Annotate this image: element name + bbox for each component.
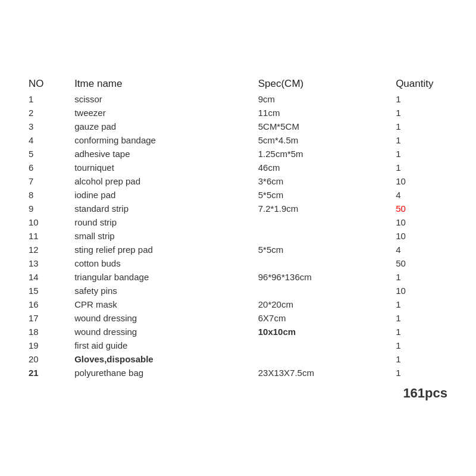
cell-spec: 5*5cm (253, 188, 391, 202)
cell-name: tourniquet (70, 161, 253, 174)
cell-quantity: 10 (391, 284, 452, 298)
cell-quantity: 1 (391, 161, 452, 174)
cell-name: standard strip (70, 202, 253, 215)
table-row: 5adhesive tape1.25cm*5m1 (24, 147, 452, 161)
cell-name: gauze pad (70, 120, 253, 133)
table-row: 16CPR mask20*20cm1 (24, 298, 452, 311)
header-name: Itme name (70, 76, 253, 92)
cell-quantity: 1 (391, 298, 452, 311)
cell-name: round strip (70, 215, 253, 229)
table-row: 10round strip10 (24, 215, 452, 229)
table-row: 20Gloves,disposable1 (24, 352, 452, 366)
cell-name: wound dressing (70, 311, 253, 325)
cell-no: 6 (24, 161, 70, 174)
cell-no: 9 (24, 202, 70, 215)
cell-name: iodine pad (70, 188, 253, 202)
cell-no: 16 (24, 298, 70, 311)
cell-name: scissor (70, 92, 253, 106)
cell-spec: 5*5cm (253, 243, 391, 256)
cell-name: tweezer (70, 106, 253, 120)
table-row: 7alcohol prep pad3*6cm10 (24, 174, 452, 188)
header-spec: Spec(CM) (253, 76, 391, 92)
cell-spec (253, 229, 391, 243)
cell-no: 20 (24, 352, 70, 366)
cell-quantity: 1 (391, 120, 452, 133)
cell-quantity: 10 (391, 215, 452, 229)
cell-name: first aid guide (70, 339, 253, 352)
cell-spec: 5CM*5CM (253, 120, 391, 133)
cell-name: polyurethane bag (70, 366, 253, 380)
main-container: NO Itme name Spec(CM) Quantity 1scissor9… (18, 64, 458, 413)
cell-spec: 23X13X7.5cm (253, 366, 391, 380)
items-table: NO Itme name Spec(CM) Quantity 1scissor9… (24, 76, 452, 380)
cell-quantity: 1 (391, 133, 452, 147)
cell-quantity: 1 (391, 325, 452, 339)
table-row: 2tweezer11cm1 (24, 106, 452, 120)
cell-no: 11 (24, 229, 70, 243)
cell-spec: 1.25cm*5m (253, 147, 391, 161)
table-row: 15safety pins10 (24, 284, 452, 298)
table-row: 1scissor9cm1 (24, 92, 452, 106)
cell-quantity: 1 (391, 106, 452, 120)
cell-no: 12 (24, 243, 70, 256)
cell-quantity: 1 (391, 339, 452, 352)
cell-name: CPR mask (70, 298, 253, 311)
cell-quantity: 1 (391, 311, 452, 325)
table-row: 11small strip10 (24, 229, 452, 243)
cell-quantity: 50 (391, 202, 452, 215)
cell-no: 10 (24, 215, 70, 229)
cell-quantity: 1 (391, 366, 452, 380)
cell-spec: 46cm (253, 161, 391, 174)
cell-name: Gloves,disposable (70, 352, 253, 366)
cell-quantity: 1 (391, 270, 452, 284)
cell-spec: 9cm (253, 92, 391, 106)
cell-quantity: 1 (391, 352, 452, 366)
cell-spec: 5cm*4.5m (253, 133, 391, 147)
cell-spec: 11cm (253, 106, 391, 120)
table-row: 3gauze pad5CM*5CM1 (24, 120, 452, 133)
cell-no: 1 (24, 92, 70, 106)
table-row: 13cotton buds50 (24, 256, 452, 270)
cell-spec (253, 215, 391, 229)
cell-name: wound dressing (70, 325, 253, 339)
table-row: 4conforming bandage5cm*4.5m1 (24, 133, 452, 147)
cell-quantity: 10 (391, 174, 452, 188)
cell-spec: 3*6cm (253, 174, 391, 188)
cell-no: 7 (24, 174, 70, 188)
cell-no: 5 (24, 147, 70, 161)
cell-quantity: 1 (391, 92, 452, 106)
cell-spec (253, 339, 391, 352)
cell-spec (253, 256, 391, 270)
cell-no: 4 (24, 133, 70, 147)
cell-no: 15 (24, 284, 70, 298)
cell-no: 8 (24, 188, 70, 202)
cell-name: sting relief prep pad (70, 243, 253, 256)
cell-name: adhesive tape (70, 147, 253, 161)
cell-name: safety pins (70, 284, 253, 298)
cell-spec: 20*20cm (253, 298, 391, 311)
table-row: 18wound dressing10x10cm1 (24, 325, 452, 339)
cell-name: small strip (70, 229, 253, 243)
table-row: 6tourniquet46cm1 (24, 161, 452, 174)
table-row: 19first aid guide1 (24, 339, 452, 352)
header-no: NO (24, 76, 70, 92)
cell-no: 13 (24, 256, 70, 270)
cell-name: conforming bandage (70, 133, 253, 147)
cell-spec: 10x10cm (253, 325, 391, 339)
cell-quantity: 4 (391, 243, 452, 256)
cell-spec: 6X7cm (253, 311, 391, 325)
table-row: 14triangular bandage96*96*136cm1 (24, 270, 452, 284)
cell-no: 21 (24, 366, 70, 380)
cell-quantity: 50 (391, 256, 452, 270)
cell-quantity: 1 (391, 147, 452, 161)
table-row: 12sting relief prep pad5*5cm4 (24, 243, 452, 256)
cell-spec: 96*96*136cm (253, 270, 391, 284)
cell-name: cotton buds (70, 256, 253, 270)
table-row: 17wound dressing6X7cm1 (24, 311, 452, 325)
total-count: 161pcs (24, 380, 452, 401)
cell-no: 3 (24, 120, 70, 133)
cell-spec (253, 352, 391, 366)
header-quantity: Quantity (391, 76, 452, 92)
cell-name: triangular bandage (70, 270, 253, 284)
cell-no: 14 (24, 270, 70, 284)
